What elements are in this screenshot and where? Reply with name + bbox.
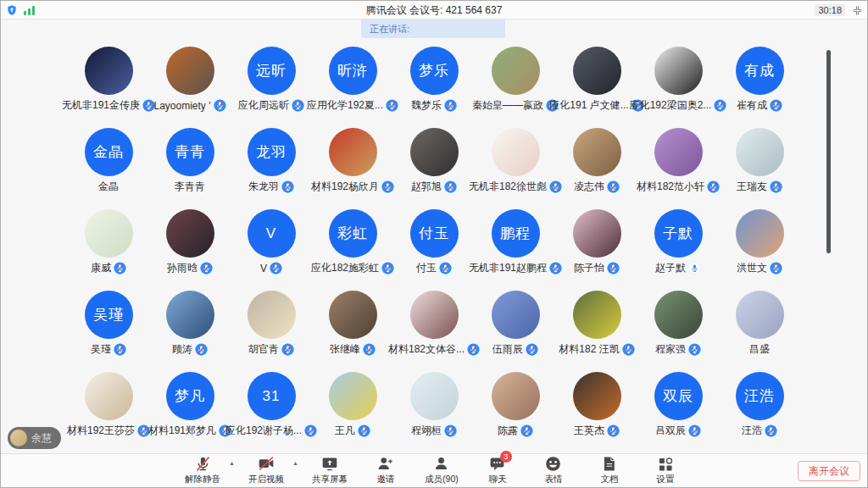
members-button[interactable]: 成员(90) xyxy=(422,455,461,485)
participant-tile[interactable]: 远昕 应化周远昕 xyxy=(231,47,312,128)
participant-name: 应化191 卢文健... xyxy=(549,98,628,113)
meeting-timer: 30:18 xyxy=(815,4,845,16)
participant-avatar: 有成 xyxy=(736,47,784,95)
participant-name: Layoomiety ' xyxy=(154,100,211,112)
mic-muted-icon xyxy=(526,343,538,356)
mic-muted-icon xyxy=(622,343,635,356)
participant-tile[interactable]: 材料182 汪凯 xyxy=(556,291,637,372)
start-video-button[interactable]: 开启视频 xyxy=(247,455,286,485)
participant-name: 无机非191金传庚 xyxy=(62,98,140,113)
participant-name: 应化192梁国奥2... xyxy=(630,98,712,113)
participant-avatar xyxy=(166,209,214,258)
participant-tile[interactable]: 伍雨辰 xyxy=(475,291,556,372)
vertical-scrollbar[interactable] xyxy=(826,50,831,253)
invite-button[interactable]: 邀请 xyxy=(366,455,405,485)
mic-muted-icon xyxy=(363,343,376,356)
settings-button[interactable]: 设置 xyxy=(646,455,685,485)
docs-button[interactable]: 文档 xyxy=(590,455,629,485)
participant-tile[interactable]: 昕浒 应用化学192夏... xyxy=(312,47,393,128)
participant-name: 吴瑾 xyxy=(91,342,111,357)
share-screen-icon xyxy=(320,455,339,473)
meeting-window: 腾讯会议 会议号: 421 564 637 30:18 正在讲话: 无机非191… xyxy=(0,0,868,488)
participant-tile[interactable]: 康威 xyxy=(68,209,149,291)
participant-tile[interactable]: 秦始皇——嬴政 xyxy=(475,47,556,128)
participant-tile[interactable]: 顾涛 xyxy=(149,291,231,372)
participant-tile[interactable]: 有成 崔有成 xyxy=(719,47,800,128)
participant-avatar: 双辰 xyxy=(654,372,703,420)
participant-tile[interactable]: 梦凡 材料191郑梦凡 xyxy=(149,372,231,453)
participant-avatar: 梦乐 xyxy=(410,47,459,95)
participant-name: 吕双辰 xyxy=(655,424,686,438)
participant-name: V xyxy=(260,263,267,274)
participant-avatar: V xyxy=(248,209,296,258)
participant-tile[interactable]: 汪浩 汪浩 xyxy=(719,372,800,453)
participant-name: 应化182施彩虹 xyxy=(311,261,379,275)
participant-tile[interactable]: 材料192杨欣月 xyxy=(312,128,393,209)
participant-tile[interactable]: 31 应化192谢子杨... xyxy=(231,372,312,453)
mic-muted-icon xyxy=(195,343,208,356)
participant-name: 赵子默 xyxy=(655,261,686,275)
participant-avatar xyxy=(85,372,133,420)
share-screen-button[interactable]: 共享屏幕 xyxy=(310,455,349,485)
participant-tile[interactable]: Layoomiety ' xyxy=(149,47,231,128)
participant-tile[interactable]: 陈露 xyxy=(475,372,556,453)
participant-grid: 无机非191金传庚 Layoomiety ' 远昕 应化周远昕 昕浒 应用化学1… xyxy=(1,47,867,453)
participant-tile[interactable]: 材料192王莎莎 xyxy=(68,372,149,453)
participant-tile[interactable]: 子默 赵子默 xyxy=(637,209,719,291)
participant-avatar xyxy=(573,47,621,95)
emoji-button[interactable]: 表情 xyxy=(534,455,573,485)
participant-tile[interactable]: 付玉 付玉 xyxy=(393,209,475,291)
participant-tile[interactable]: 王瑞友 xyxy=(719,128,800,209)
participant-tile[interactable]: 王英杰 xyxy=(556,372,637,453)
participant-tile[interactable]: 程翊桓 xyxy=(393,372,475,453)
participant-tile[interactable]: 梦乐 魏梦乐 xyxy=(393,47,475,128)
self-name: 余慧 xyxy=(31,431,52,446)
participant-tile[interactable]: 洪世文 xyxy=(719,209,800,291)
self-view-bubble[interactable]: 余慧 xyxy=(8,427,61,449)
participant-tile[interactable]: 龙羽 朱龙羽 xyxy=(231,128,312,209)
mic-muted-icon xyxy=(114,343,126,356)
participant-tile[interactable]: 应化191 卢文健... xyxy=(556,47,637,128)
participant-tile[interactable]: 材料182范小轩 xyxy=(637,128,719,209)
participant-tile[interactable]: V V xyxy=(231,209,312,291)
unmute-button[interactable]: 解除静音 xyxy=(183,455,222,485)
mic-muted-icon xyxy=(765,424,777,437)
participant-tile[interactable]: 王凡 xyxy=(312,372,393,453)
participant-name: 应化192谢子杨... xyxy=(225,424,302,438)
participant-avatar: 青青 xyxy=(166,128,214,176)
tool-label: 共享屏幕 xyxy=(312,474,348,485)
tool-label: 成员(90) xyxy=(425,474,459,485)
participant-tile[interactable]: 陈子怡 xyxy=(556,209,637,291)
participant-tile[interactable]: 程家强 xyxy=(637,291,719,372)
video-options-caret[interactable]: ▲ xyxy=(292,460,298,466)
mic-muted-icon xyxy=(270,262,282,274)
mic-on-icon xyxy=(688,262,701,274)
mic-muted-icon xyxy=(381,262,394,274)
mic-options-caret[interactable]: ▲ xyxy=(229,460,235,466)
participant-tile[interactable]: 胡官青 xyxy=(231,291,312,372)
participant-name: 李青青 xyxy=(175,180,205,194)
participant-tile[interactable]: 孙雨晗 xyxy=(149,209,231,291)
participant-tile[interactable]: 赵郭旭 xyxy=(393,128,475,209)
chat-button[interactable]: 3 聊天 xyxy=(478,455,517,485)
participant-tile[interactable]: 金晶 金晶 xyxy=(68,128,149,209)
exit-fullscreen-icon[interactable] xyxy=(852,5,863,16)
participant-tile[interactable]: 无机非191金传庚 xyxy=(68,47,149,128)
mic-muted-icon xyxy=(770,180,782,193)
participant-tile[interactable]: 鹏程 无机非191赵鹏程 xyxy=(475,209,556,291)
mic-muted-icon xyxy=(444,180,457,193)
participant-tile[interactable]: 双辰 吕双辰 xyxy=(637,372,719,453)
participant-tile[interactable]: 无机非182徐世彪 xyxy=(475,128,556,209)
participant-name: 材料192王莎莎 xyxy=(67,424,135,438)
leave-meeting-button[interactable]: 离开会议 xyxy=(798,461,860,481)
participant-tile[interactable]: 张继峰 xyxy=(312,291,393,372)
participant-name: 秦始皇——嬴政 xyxy=(472,98,543,113)
participant-tile[interactable]: 青青 李青青 xyxy=(149,128,231,209)
participant-tile[interactable]: 材料182文体谷... xyxy=(393,291,475,372)
participant-tile[interactable]: 应化192梁国奥2... xyxy=(637,47,719,128)
participant-tile[interactable]: 昌盛 xyxy=(719,291,800,372)
participant-tile[interactable]: 凌志伟 xyxy=(556,128,637,209)
participant-tile[interactable]: 吴瑾 吴瑾 xyxy=(68,291,149,372)
participant-name: 顾涛 xyxy=(172,342,192,357)
participant-tile[interactable]: 彩虹 应化182施彩虹 xyxy=(312,209,393,291)
